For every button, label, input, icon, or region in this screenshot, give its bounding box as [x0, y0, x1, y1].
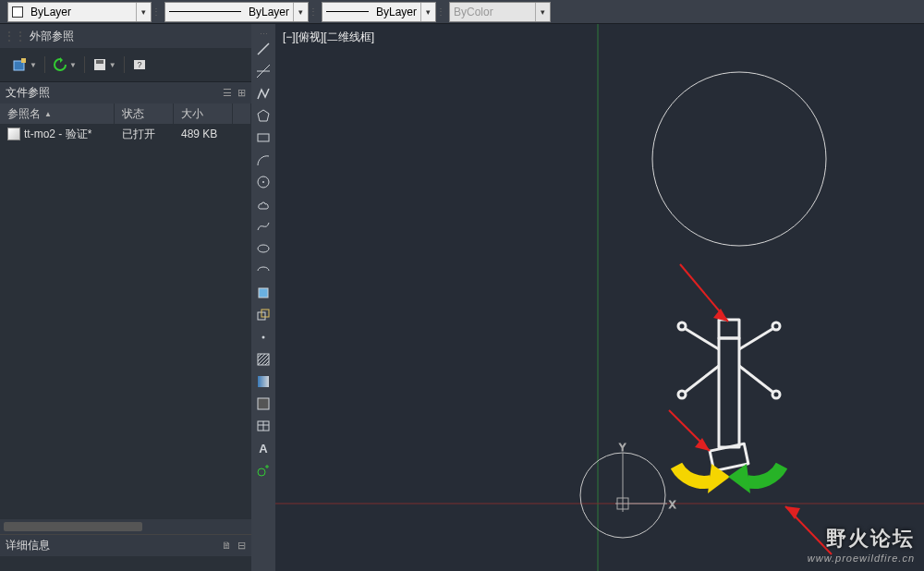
svg-rect-10	[258, 134, 269, 141]
gradient-tool[interactable]	[253, 371, 274, 392]
table-tool[interactable]	[253, 416, 274, 436]
list-view-icon[interactable]: ☰	[223, 87, 232, 99]
layer-dropdown-label: ByLayer	[27, 6, 75, 18]
ellipse-tool[interactable]	[253, 238, 274, 259]
chevron-down-icon: ▾	[136, 3, 151, 21]
pin-icon[interactable]: ⊟	[237, 540, 246, 552]
chevron-down-icon: ▼	[109, 61, 116, 69]
annotation-arrows	[669, 264, 832, 554]
xref-toolbar: ▼ ▼ ▼ ?	[0, 48, 251, 81]
svg-marker-9	[258, 110, 269, 121]
color-dropdown[interactable]: ByColor ▾	[449, 2, 551, 22]
revision-cloud-tool[interactable]	[253, 194, 274, 214]
drawing-viewport[interactable]: [−][俯视][二维线框] Y X	[275, 24, 924, 571]
region-tool[interactable]	[253, 394, 274, 414]
svg-line-20	[258, 354, 265, 361]
xref-palette: ⋮⋮ 外部参照 ▼ ▼ ▼	[0, 24, 251, 571]
xref-title-label: 外部参照	[30, 29, 74, 44]
column-extra[interactable]	[233, 103, 251, 124]
scrollbar-thumb[interactable]	[4, 522, 142, 531]
svg-point-13	[258, 245, 269, 252]
svg-text:X: X	[669, 499, 676, 510]
svg-rect-1	[21, 58, 26, 63]
construction-line-tool[interactable]	[253, 61, 274, 81]
grip-icon: ⋮⋮	[157, 0, 164, 23]
make-block-tool[interactable]	[253, 305, 274, 325]
flame-icon: 火	[848, 527, 870, 550]
help-button[interactable]: ?	[132, 57, 147, 72]
svg-marker-49	[695, 438, 710, 451]
circle-tool[interactable]	[253, 172, 274, 192]
hatch-tool[interactable]	[253, 349, 274, 370]
svg-line-19	[258, 354, 261, 358]
ellipse-arc-tool[interactable]	[253, 261, 274, 281]
column-size[interactable]: 大小	[174, 103, 233, 124]
column-status[interactable]: 状态	[115, 103, 174, 124]
svg-line-22	[261, 358, 269, 365]
table-row[interactable]: tt-mo2 - 验证* 已打开 489 KB	[0, 124, 251, 144]
lineweight-preview-icon	[326, 11, 369, 12]
property-bar: ⋮⋮ ByLayer ▾ ⋮⋮ ByLayer ▾ ⋮⋮ ByLayer ▾ ⋮…	[0, 0, 924, 24]
watermark-rest: 论坛	[870, 527, 915, 550]
polygon-tool[interactable]	[253, 105, 274, 126]
spline-tool[interactable]	[253, 216, 274, 237]
svg-point-40	[678, 391, 686, 398]
linetype-dropdown[interactable]: ByLayer ▾	[164, 2, 309, 22]
svg-marker-51	[785, 506, 800, 519]
save-button[interactable]: ▼	[92, 57, 116, 72]
svg-rect-37	[719, 338, 739, 447]
file-ref-grid-header: 参照名 ▲ 状态 大小	[0, 103, 251, 124]
line-tool[interactable]	[253, 39, 274, 59]
dwg-file-icon	[7, 128, 20, 140]
svg-rect-42	[719, 320, 739, 338]
chevron-down-icon: ▼	[69, 61, 77, 69]
help-icon: ?	[132, 57, 147, 72]
file-ref-section-header[interactable]: 文件参照 ☰ ⊞	[0, 81, 251, 103]
separator	[124, 56, 125, 73]
refresh-icon	[53, 57, 67, 72]
sort-asc-icon: ▲	[44, 110, 52, 118]
mtext-tool[interactable]: A	[253, 438, 274, 458]
details-section-header[interactable]: 详细信息 🗎 ⊟	[0, 534, 251, 556]
ref-size-cell: 489 KB	[174, 128, 233, 140]
refresh-button[interactable]: ▼	[53, 57, 77, 72]
column-name[interactable]: 参照名 ▲	[0, 103, 115, 124]
point-tool[interactable]	[253, 327, 274, 347]
edit-icon[interactable]: 🗎	[222, 540, 232, 552]
chevron-down-icon: ▾	[293, 3, 308, 21]
svg-point-12	[262, 181, 264, 183]
arc-tool[interactable]	[253, 150, 274, 170]
svg-marker-47	[713, 309, 728, 322]
add-selected-tool[interactable]	[253, 460, 274, 480]
svg-text:Y: Y	[619, 442, 626, 453]
save-icon	[92, 57, 107, 72]
svg-point-39	[772, 322, 780, 330]
tree-view-icon[interactable]: ⊞	[237, 87, 246, 99]
draw-toolbar: ⋯ A	[251, 24, 275, 571]
xref-palette-title-bar[interactable]: ⋮⋮ 外部参照	[0, 24, 251, 48]
watermark: 野火论坛 www.proewildfire.cn	[808, 525, 915, 564]
drawing-figure	[678, 320, 780, 471]
ucs-icon: Y X	[615, 442, 676, 512]
svg-point-38	[678, 322, 686, 330]
lineweight-dropdown-label: ByLayer	[372, 6, 420, 18]
layer-swatch-icon	[12, 6, 23, 18]
layer-dropdown[interactable]: ByLayer ▾	[7, 2, 152, 22]
details-title-label: 详细信息	[6, 538, 50, 553]
polyline-tool[interactable]	[253, 83, 274, 103]
color-dropdown-label: ByColor	[450, 6, 497, 18]
svg-point-41	[772, 391, 780, 398]
file-ref-title-label: 文件参照	[6, 85, 50, 101]
lineweight-dropdown[interactable]: ByLayer ▾	[322, 2, 436, 22]
chevron-down-icon: ▾	[535, 3, 550, 21]
attach-button[interactable]: ▼	[13, 57, 37, 72]
attach-dwg-icon	[13, 57, 28, 72]
svg-line-23	[265, 361, 269, 365]
ref-status-cell: 已打开	[115, 127, 174, 142]
grip-icon: ⋮⋮	[4, 30, 26, 43]
rectangle-tool[interactable]	[253, 128, 274, 148]
file-ref-grid-body: tt-mo2 - 验证* 已打开 489 KB	[0, 124, 251, 144]
horizontal-scrollbar[interactable]	[0, 519, 251, 534]
svg-text:?: ?	[137, 60, 141, 69]
insert-block-tool[interactable]	[253, 283, 274, 303]
